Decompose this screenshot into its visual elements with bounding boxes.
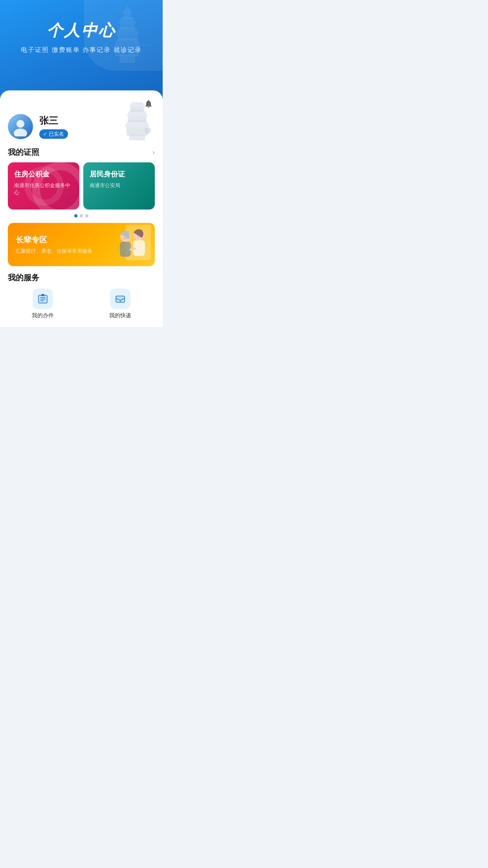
svg-point-10	[17, 120, 24, 128]
page-title: 个人中心	[47, 20, 116, 41]
service-item-办件[interactable]: 我的办件	[8, 289, 77, 319]
services-row: 我的办件 我的快递	[8, 289, 155, 319]
svg-point-25	[138, 241, 140, 244]
service-icon-办件	[33, 289, 53, 309]
services-section: 我的服务 我的办件	[0, 266, 163, 319]
elder-zone-banner[interactable]: 长辈专区 汇聚医疗、养老、社保等常用服务	[8, 223, 155, 266]
dot-1	[74, 214, 77, 217]
certificate-cards-container: 住房公积金 南通市住房公积金服务中心 居民身份证 南通市公安局	[0, 162, 163, 210]
elder-zone-subtitle: 汇聚医疗、养老、社保等常用服务	[16, 248, 92, 255]
svg-rect-13	[127, 127, 148, 136]
service-label-0: 我的办件	[32, 312, 54, 319]
main-card: 张三 ✓ 已实名	[0, 90, 163, 327]
elder-couple-illustration	[92, 223, 155, 266]
cert-card-subtitle-1: 南通市公安局	[90, 182, 149, 189]
page-wrapper: 个人中心 电子证照 缴费账单 办事记录 就诊记录 张三	[0, 0, 163, 327]
user-info: 张三 ✓ 已实名	[39, 114, 68, 139]
elder-zone-title: 长辈专区	[16, 235, 92, 245]
svg-point-19	[145, 127, 151, 134]
avatar	[8, 114, 33, 139]
verified-label: 已实名	[49, 131, 64, 138]
cert-card-title-0: 住房公积金	[14, 169, 73, 179]
svg-rect-5	[120, 24, 134, 29]
svg-rect-15	[128, 116, 146, 122]
svg-rect-24	[120, 242, 131, 257]
svg-rect-31	[41, 294, 44, 296]
services-section-title: 我的服务	[8, 272, 155, 283]
certificates-arrow-icon[interactable]: ›	[152, 148, 155, 156]
svg-marker-18	[129, 102, 145, 107]
certificate-card-housing-fund[interactable]: 住房公积金 南通市住房公积金服务中心	[8, 162, 79, 210]
svg-point-11	[14, 129, 27, 136]
service-item-快递[interactable]: 我的快递	[85, 289, 155, 319]
user-profile-section: 张三 ✓ 已实名	[0, 110, 163, 139]
certificates-section-title: 我的证照	[8, 147, 39, 158]
profile-pagoda-decoration	[116, 102, 159, 143]
svg-rect-7	[123, 13, 131, 19]
page-subtitle: 电子证照 缴费账单 办事记录 就诊记录	[21, 46, 141, 54]
cert-card-title-1: 居民身份证	[90, 169, 149, 179]
elder-zone-text: 长辈专区 汇聚医疗、养老、社保等常用服务	[16, 235, 92, 255]
svg-marker-8	[123, 9, 132, 13]
carousel-dot-indicators	[0, 214, 163, 217]
service-icon-快递	[110, 289, 130, 309]
cert-card-subtitle-0: 南通市住房公积金服务中心	[14, 182, 73, 196]
header-background: 个人中心 电子证照 缴费账单 办事记录 就诊记录	[0, 0, 163, 102]
checkmark-icon: ✓	[43, 131, 47, 137]
svg-rect-17	[130, 107, 144, 112]
service-label-1: 我的快递	[109, 312, 131, 319]
certificate-card-id[interactable]: 居民身份证 南通市公安局	[83, 162, 155, 210]
dot-3	[85, 214, 88, 217]
dot-2	[80, 214, 83, 217]
verified-badge: ✓ 已实名	[39, 129, 68, 139]
user-name: 张三	[39, 114, 68, 127]
svg-rect-3	[117, 35, 137, 40]
